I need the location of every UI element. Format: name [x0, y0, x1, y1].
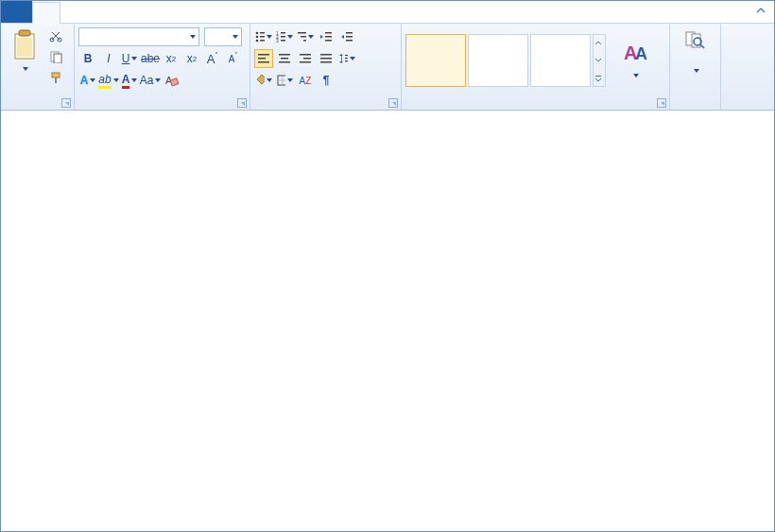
- svg-rect-14: [260, 36, 265, 38]
- editing-button[interactable]: [674, 26, 716, 77]
- highlight-button[interactable]: ab: [99, 71, 118, 90]
- paste-button[interactable]: [5, 26, 44, 76]
- tab-mailings[interactable]: [143, 1, 170, 23]
- shading-icon: [255, 74, 265, 87]
- svg-point-13: [256, 36, 259, 39]
- svg-rect-51: [595, 76, 601, 77]
- bullets-button[interactable]: [254, 27, 273, 46]
- svg-rect-35: [279, 54, 290, 56]
- svg-text:3: 3: [276, 38, 279, 43]
- tab-developer[interactable]: [225, 1, 252, 23]
- svg-rect-42: [320, 58, 332, 60]
- tab-page-layout[interactable]: [88, 1, 115, 23]
- font-dialog-launcher[interactable]: [237, 98, 247, 108]
- styles-scroll[interactable]: [593, 34, 606, 87]
- svg-rect-39: [303, 58, 311, 60]
- tab-insert[interactable]: [60, 1, 88, 23]
- chevron-up-icon: [594, 39, 603, 46]
- increase-indent-button[interactable]: [337, 27, 356, 46]
- svg-rect-8: [55, 77, 57, 83]
- justify-icon: [319, 53, 333, 64]
- document-area[interactable]: [1, 111, 774, 531]
- copy-icon: [49, 50, 62, 63]
- grow-font-button[interactable]: A˄: [203, 49, 222, 68]
- svg-rect-23: [298, 32, 306, 34]
- multilevel-list-button[interactable]: [296, 27, 315, 46]
- bold-button[interactable]: B: [78, 49, 97, 68]
- numbering-button[interactable]: 123: [275, 27, 294, 46]
- borders-button[interactable]: [275, 71, 294, 90]
- align-right-icon: [299, 53, 312, 64]
- paragraph-dialog-launcher[interactable]: [388, 98, 398, 108]
- shrink-font-button[interactable]: A˅: [224, 49, 243, 68]
- tab-review[interactable]: [170, 1, 198, 23]
- svg-rect-32: [258, 54, 269, 56]
- align-left-button[interactable]: [254, 49, 273, 68]
- svg-rect-28: [325, 40, 332, 42]
- svg-rect-12: [260, 32, 265, 34]
- align-right-button[interactable]: [296, 49, 315, 68]
- show-hide-button[interactable]: ¶: [317, 71, 336, 90]
- svg-rect-46: [345, 58, 348, 59]
- decrease-indent-button[interactable]: [317, 27, 336, 46]
- svg-point-11: [256, 32, 259, 35]
- paste-icon: [11, 28, 38, 60]
- text-effects-button[interactable]: A: [78, 71, 97, 90]
- svg-rect-18: [281, 32, 285, 34]
- clipboard-dialog-launcher[interactable]: [61, 98, 71, 108]
- format-painter-button[interactable]: [46, 68, 65, 87]
- decrease-indent-icon: [319, 31, 333, 43]
- align-left-icon: [257, 53, 270, 64]
- font-size-combo[interactable]: [204, 27, 242, 46]
- shading-button[interactable]: [254, 71, 273, 90]
- tab-file[interactable]: [1, 1, 32, 23]
- svg-rect-41: [320, 54, 332, 56]
- more-icon: [594, 75, 603, 82]
- svg-rect-31: [346, 40, 353, 42]
- align-center-icon: [278, 53, 291, 64]
- svg-rect-45: [345, 55, 348, 56]
- strikethrough-button[interactable]: abe: [141, 49, 160, 68]
- copy-button[interactable]: [46, 47, 65, 66]
- svg-rect-22: [281, 40, 285, 42]
- bullets-icon: [255, 31, 265, 43]
- cut-button[interactable]: [46, 26, 65, 45]
- find-icon: [684, 28, 707, 51]
- tab-view[interactable]: [198, 1, 225, 23]
- sort-button[interactable]: AZ: [296, 71, 315, 90]
- styles-gallery[interactable]: [405, 34, 591, 87]
- superscript-button[interactable]: x2: [182, 49, 201, 68]
- justify-button[interactable]: [317, 49, 336, 68]
- tab-references[interactable]: [115, 1, 143, 23]
- styles-dialog-launcher[interactable]: [657, 98, 666, 108]
- clear-formatting-icon: A: [164, 74, 179, 87]
- svg-text:A: A: [635, 44, 647, 63]
- tab-home[interactable]: [32, 2, 60, 24]
- svg-rect-16: [260, 40, 265, 42]
- underline-button[interactable]: U: [120, 49, 139, 68]
- line-spacing-icon: [338, 53, 348, 64]
- clear-formatting-button[interactable]: A: [162, 71, 181, 90]
- svg-rect-40: [300, 61, 311, 63]
- chevron-down-icon: [594, 57, 603, 64]
- italic-button[interactable]: I: [99, 49, 118, 68]
- increase-indent-icon: [340, 31, 353, 43]
- svg-rect-33: [258, 58, 266, 60]
- svg-rect-6: [54, 54, 61, 63]
- ribbon-tabs: [1, 1, 774, 24]
- font-name-combo[interactable]: [78, 27, 199, 46]
- minimize-ribbon-icon[interactable]: [755, 5, 766, 16]
- change-case-button[interactable]: Aa: [141, 71, 160, 90]
- svg-rect-38: [300, 54, 311, 56]
- font-color-button[interactable]: A: [120, 71, 139, 90]
- align-center-button[interactable]: [275, 49, 294, 68]
- subscript-button[interactable]: x2: [162, 49, 181, 68]
- svg-point-15: [256, 40, 259, 43]
- svg-rect-26: [325, 32, 332, 34]
- change-styles-button[interactable]: AA: [611, 39, 659, 82]
- style-heading1[interactable]: [530, 34, 591, 87]
- ribbon: B I U abe x2 x2 A˄ A˅ A ab A Aa A: [1, 24, 774, 111]
- style-normal[interactable]: [405, 34, 466, 87]
- line-spacing-button[interactable]: [337, 49, 356, 68]
- style-no-spacing[interactable]: [468, 34, 528, 87]
